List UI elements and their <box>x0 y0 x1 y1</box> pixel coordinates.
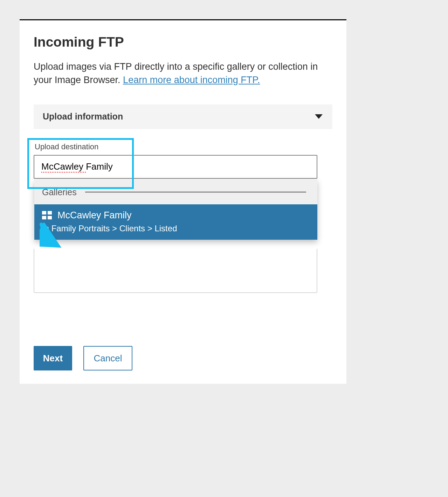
divider-line <box>85 192 306 192</box>
dropdown-item-title: McCawley Family <box>57 210 132 221</box>
page-title: Incoming FTP <box>34 34 332 50</box>
destination-label-wrap: Upload destination <box>34 142 332 152</box>
page-description: Upload images via FTP directly into a sp… <box>34 60 332 87</box>
learn-more-link[interactable]: Learn more about incoming FTP. <box>123 75 260 85</box>
next-button[interactable]: Next <box>34 346 72 370</box>
upload-destination-input[interactable] <box>34 155 317 179</box>
dropdown-item-path: In Family Portraits > Clients > Listed <box>42 224 310 233</box>
dropdown-item-title-row: McCawley Family <box>42 210 310 221</box>
destination-lower-box <box>34 249 317 293</box>
accordion-title: Upload information <box>43 111 123 122</box>
cancel-button[interactable]: Cancel <box>83 346 132 370</box>
dropdown-section-header: Galleries <box>34 179 317 204</box>
ftp-panel: Incoming FTP Upload images via FTP direc… <box>20 19 346 384</box>
destination-dropdown: Galleries McCawley Family In Family Port… <box>34 179 317 240</box>
dropdown-section-label: Galleries <box>42 187 77 197</box>
upload-destination-label: Upload destination <box>34 142 98 151</box>
dropdown-item-mccawley[interactable]: McCawley Family In Family Portraits > Cl… <box>34 204 317 240</box>
gallery-grid-icon <box>42 211 52 219</box>
button-row: Next Cancel <box>34 346 132 370</box>
upload-information-accordion[interactable]: Upload information <box>34 104 332 129</box>
destination-input-wrap: Galleries McCawley Family In Family Port… <box>34 155 332 293</box>
chevron-down-icon <box>315 114 323 119</box>
